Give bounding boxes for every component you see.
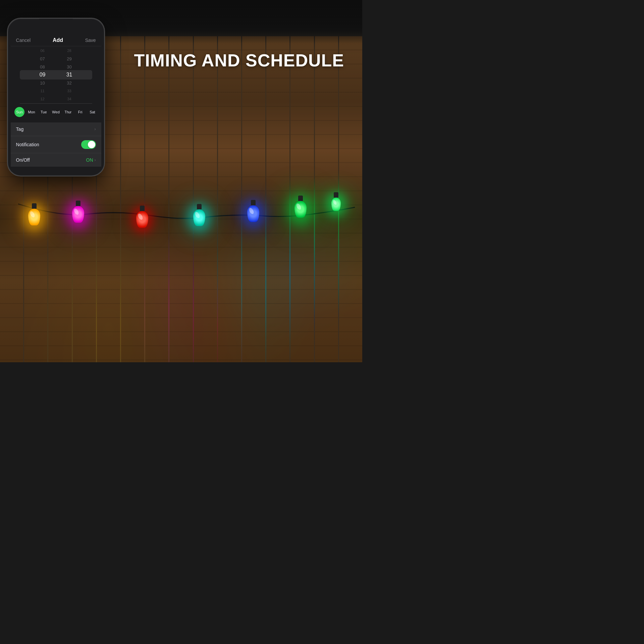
- cancel-button[interactable]: Cancel: [16, 38, 31, 43]
- tag-chevron-icon: ›: [95, 127, 96, 131]
- onoff-chevron-icon: ›: [95, 158, 96, 162]
- day-sat[interactable]: Sat: [87, 107, 97, 117]
- hour-row: 06: [29, 47, 56, 55]
- hour-row: 07: [29, 55, 56, 63]
- minute-row: 33: [56, 87, 83, 95]
- phone-body: Cancel Add Save 06 07 08 09 10 11 12: [7, 18, 105, 176]
- phone-notch: [39, 19, 73, 26]
- main-heading-text: TIMING AND SCHEDULE: [134, 51, 344, 71]
- onoff-status: ON: [86, 157, 93, 163]
- day-mon[interactable]: Mon: [26, 107, 37, 117]
- tag-value: ›: [95, 127, 96, 131]
- notification-label: Notification: [16, 142, 39, 147]
- day-tue[interactable]: Tue: [39, 107, 49, 117]
- phone-mockup: Cancel Add Save 06 07 08 09 10 11 12: [7, 18, 105, 176]
- onoff-value: ON ›: [86, 157, 96, 163]
- minute-row: 34: [56, 95, 83, 103]
- minute-row: 30: [56, 63, 83, 71]
- notification-row[interactable]: Notification: [11, 136, 101, 153]
- day-wed[interactable]: Wed: [51, 107, 61, 117]
- hour-row: 10: [29, 79, 56, 87]
- time-picker[interactable]: 06 07 08 09 10 11 12 28 29 30 31 32 33 3…: [11, 46, 101, 103]
- day-thur[interactable]: Thur: [63, 107, 73, 117]
- hour-row: 08: [29, 63, 56, 71]
- day-fri[interactable]: Fri: [75, 107, 85, 117]
- notification-toggle[interactable]: [81, 140, 96, 149]
- minutes-column[interactable]: 28 29 30 31 32 33 34: [56, 47, 83, 103]
- onoff-label: On/Off: [16, 157, 30, 163]
- day-sun[interactable]: Sun: [14, 107, 24, 117]
- tag-row[interactable]: Tag ›: [11, 122, 101, 136]
- volume-down-button: [7, 74, 8, 89]
- selected-hour: 09: [29, 71, 56, 79]
- selected-minute: 31: [56, 71, 83, 79]
- volume-up-button: [7, 56, 8, 71]
- settings-section: Tag › Notification On/Off ON: [11, 122, 101, 167]
- onoff-row[interactable]: On/Off ON ›: [11, 153, 101, 167]
- hours-column[interactable]: 06 07 08 09 10 11 12: [29, 47, 56, 103]
- minute-row: 29: [56, 55, 83, 63]
- main-heading-container: TIMING AND SCHEDULE: [134, 51, 344, 71]
- save-button[interactable]: Save: [85, 38, 96, 43]
- toggle-knob: [88, 141, 95, 148]
- minute-row: 32: [56, 79, 83, 87]
- minute-row: 28: [56, 47, 83, 55]
- days-of-week: Sun Mon Tue Wed Thur Fri Sat: [11, 104, 101, 120]
- app-header: Cancel Add Save: [11, 34, 101, 46]
- phone-screen: Cancel Add Save 06 07 08 09 10 11 12: [11, 34, 101, 169]
- hour-row: 11: [29, 87, 56, 95]
- hour-row: 12: [29, 95, 56, 103]
- mute-button: [7, 42, 8, 52]
- power-button: [104, 49, 105, 66]
- header-title: Add: [53, 37, 63, 43]
- tag-label: Tag: [16, 126, 24, 132]
